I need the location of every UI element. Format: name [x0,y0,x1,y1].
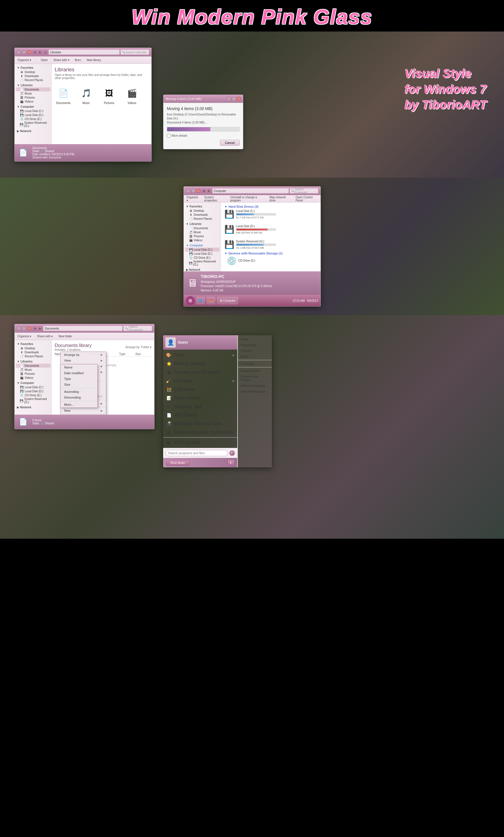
lib-videos[interactable]: 🎬 Videos [123,86,141,105]
docs-max-btn[interactable] [22,326,26,331]
shutdown-button[interactable]: Shut down [166,460,189,466]
comp-forward-btn[interactable]: ▶ [207,189,211,193]
ctx-sub-descending[interactable]: Descending [61,395,97,400]
start-calculator[interactable]: 🧮 Calculator [163,385,237,394]
minimize-button[interactable] [17,50,21,54]
system-properties-btn[interactable]: System properties [203,195,225,202]
ctx-sub-type[interactable]: Type [61,376,97,382]
start-snipping-tool[interactable]: ✂ Snipping Tool [163,402,237,411]
arrange-by-control[interactable]: Arrange by: Folder ▾ [125,345,151,349]
comp-docs-item[interactable]: 📄Documents [185,226,220,230]
organize-button[interactable]: Organize ▾ [16,58,32,62]
docs-path-bar[interactable]: Documents [43,326,123,331]
ctx-sub-size[interactable]: Size [61,382,97,387]
start-search-input[interactable] [165,450,228,456]
comp-min-btn[interactable] [186,189,190,193]
dialog-max-btn[interactable] [232,97,236,101]
sidebar-item-recent[interactable]: 🕐Recent Places [16,78,50,82]
forward-button[interactable]: ▶ [38,50,42,54]
comp-ld-item[interactable]: 💾Local Disk (D:) [185,252,220,255]
dialog-close-btn[interactable] [237,97,241,101]
start-windows-fax[interactable]: 📠 Windows Fax and Scan [163,420,237,428]
more-details-toggle[interactable]: More details [167,134,240,138]
comp-max-btn[interactable] [191,189,195,193]
comp-sysg-item[interactable]: 💾System Reserved (G:) [185,260,220,266]
docs-pics-item[interactable]: 🖼Pictures [16,372,50,376]
docs-search-box[interactable]: 🔍 Search Documents [123,326,152,331]
start-right-help[interactable]: Help and Support [238,389,272,394]
share-with-button[interactable]: Share with ▾ [52,58,70,62]
maximize-button[interactable] [22,50,26,54]
lib-music[interactable]: 🎵 Music [78,86,95,105]
comp-vids-item[interactable]: 🎬Videos [185,238,220,242]
comp-back-btn[interactable]: ◀ [202,189,206,193]
open-button[interactable]: Open [39,58,49,62]
comp-organize-btn[interactable]: Organize ▾ [185,195,200,202]
start-button[interactable]: ⊞ [186,296,194,305]
start-right-devices[interactable]: Devices and Printers [238,374,272,383]
start-getting-started[interactable]: ⭐ Getting Started [163,359,237,368]
docs-recent-item[interactable]: 🕐Recent Places [16,354,50,358]
start-right-documents[interactable]: Documents [238,342,272,348]
docs-docs-item[interactable]: 📄Documents [16,363,50,368]
comp-close-btn[interactable] [196,189,200,193]
burn-button[interactable]: Burn [74,58,82,62]
docs-dl-item[interactable]: ⬇Downloads [16,350,50,354]
up-button[interactable]: ▲ [43,50,48,54]
dialog-min-btn[interactable] [227,97,231,101]
start-remote-desktop[interactable]: 🖥 Remote Desktop Connection [163,428,237,437]
start-all-programs[interactable]: ▶ All Programs [163,438,237,447]
disk-d-item[interactable]: 💾 Local Disk (D:) 448 GB free of 498 GB [224,225,276,234]
disk-g-item[interactable]: 💾 System Reserved (G:) 70.1 MB free of 9… [224,240,276,249]
start-xps-viewer[interactable]: 📄 XPS Viewer [163,411,237,420]
start-right-paint[interactable]: Paint [238,336,272,342]
start-right-pictures[interactable]: Pictures [238,348,272,354]
ctx-sub-date-modified[interactable]: Date modified [61,370,97,376]
taskbar-computer-btn[interactable]: 🖥 Computer [217,297,238,304]
lib-pictures[interactable]: 🖼 Pictures [100,86,118,105]
comp-lc-item[interactable]: 💾Local Disk (C:) [185,248,220,252]
map-drive-btn[interactable]: Map network drive [268,195,291,202]
start-paint[interactable]: 🎨 Paint ▶ [163,351,237,359]
start-right-music[interactable]: Music [238,354,272,359]
col-size[interactable]: Size [135,353,151,356]
docs-lc-item[interactable]: 💾Local Disk (C:) [16,385,50,389]
docs-newfolder-btn[interactable]: New folder [57,334,73,338]
cancel-button[interactable]: Cancel [220,140,240,146]
sidebar-item-music[interactable]: 🎵Music [16,91,50,95]
ctx-view[interactable]: View [61,358,106,363]
start-sticky-notes[interactable]: 📝 Sticky Notes [163,394,237,402]
comp-cde-item[interactable]: 💿CD Drive (E:) [185,255,220,260]
col-type[interactable]: Type [119,353,135,356]
comp-desktop-item[interactable]: 🖥Desktop [185,209,220,213]
start-search-button[interactable]: 🔍 [229,450,235,456]
taskbar-ie-icon[interactable]: 🌐 [196,297,205,304]
start-ccleaner[interactable]: 🧹 CCleaner ▶ [163,376,237,385]
docs-sysg-item[interactable]: 💾System Reserved (G:) [16,397,50,404]
comp-recent-item[interactable]: 🕐Recent Places [185,217,220,221]
docs-ld-item[interactable]: 💾Local Disk (D:) [16,389,50,393]
start-right-default-programs[interactable]: Default Programs [238,383,272,389]
path-bar[interactable]: Libraries [49,50,119,55]
ctx-arrange-by[interactable]: Arrange by [61,352,106,358]
sidebar-item-desktop[interactable]: 🖥Desktop [16,70,50,74]
comp-path-bar[interactable]: Computer [212,188,289,193]
sidebar-item-documents[interactable]: 📄Documents [16,87,50,91]
sidebar-item-pictures[interactable]: 🖼Pictures [16,95,50,100]
docs-cde-item[interactable]: 💿CD Drive (E:) [16,393,50,397]
sidebar-item-downloads[interactable]: ⬇Downloads [16,74,50,78]
docs-music-item[interactable]: 🎵Music [16,368,50,372]
ctx-sub-more[interactable]: More... [61,402,97,408]
more-details-checkbox[interactable] [167,134,171,138]
docs-desktop-item[interactable]: 🖥Desktop [16,346,50,350]
start-right-control-panel[interactable]: Control Panel [238,368,272,374]
ctx-sub-ascending[interactable]: Ascending [61,389,97,395]
control-panel-btn[interactable]: Open Control Panel [295,195,319,202]
sidebar-item-sysg[interactable]: 💾System Reserved (G:) [16,121,50,128]
docs-share-btn[interactable]: Share with ▾ [36,334,54,338]
taskbar-firefox-icon[interactable]: 🦊 [207,297,215,304]
docs-vids-item[interactable]: 🎬Videos [16,376,50,380]
docs-close-btn[interactable] [27,326,31,331]
comp-music-item[interactable]: 🎵Music [185,230,220,234]
sidebar-item-videos[interactable]: 🎬Videos [16,100,50,104]
